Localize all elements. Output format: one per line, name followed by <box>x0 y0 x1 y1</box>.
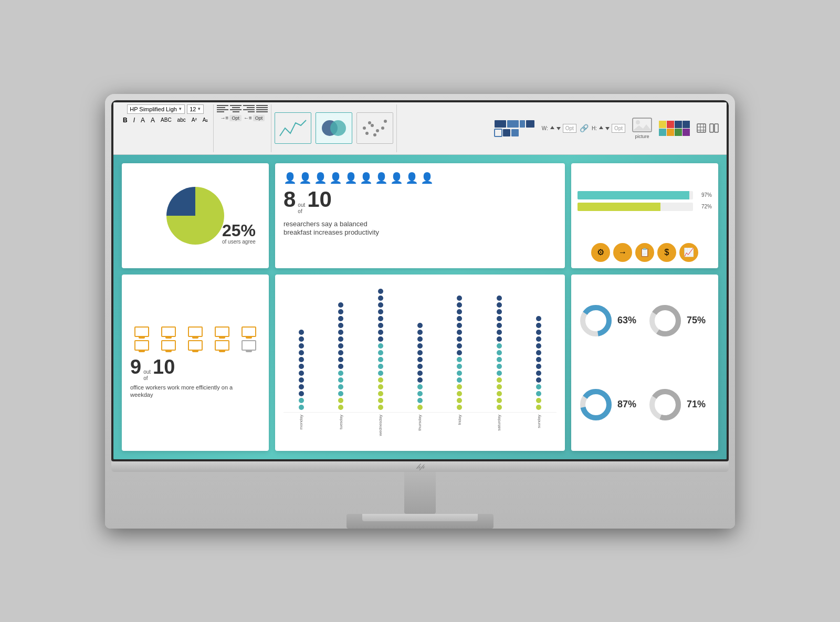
donut-63-pct: 63% <box>617 315 636 326</box>
svg-point-7 <box>373 133 376 136</box>
person-icon-1: 👤 <box>284 172 297 184</box>
person-icon-4: 👤 <box>329 172 342 184</box>
svg-rect-16 <box>511 129 519 136</box>
monitor-screen: HP Simplified Light ▼ 12 ▼ B I A A AB <box>113 102 727 459</box>
font-section: HP Simplified Light ▼ 12 ▼ B I A A AB <box>118 104 214 152</box>
pie-subtext-label: of users agree <box>222 239 256 245</box>
dot-col-saturday <box>481 296 517 410</box>
indent-increase-btn[interactable]: →≡Opt <box>220 115 242 121</box>
svg-rect-24 <box>697 124 706 132</box>
dot-col-sunday <box>521 316 556 410</box>
toolbar: HP Simplified Light ▼ 12 ▼ B I A A AB <box>113 102 727 155</box>
svg-point-4 <box>376 129 379 132</box>
svg-point-8 <box>384 120 387 123</box>
donut-item-63: 63% <box>578 281 643 361</box>
align-center-icon[interactable] <box>230 104 242 113</box>
svg-rect-14 <box>495 129 502 136</box>
svg-rect-30 <box>715 124 718 132</box>
donut-71-pct: 71% <box>687 399 706 410</box>
height-input[interactable]: Opt <box>612 124 625 133</box>
person-icon-2: 👤 <box>299 172 312 184</box>
venn-icon[interactable] <box>316 112 352 144</box>
scatter-icon[interactable] <box>356 112 393 144</box>
underline-A-button[interactable]: A <box>139 116 147 124</box>
breakfast-num2: 10 <box>307 188 332 210</box>
monitor-5 <box>237 326 260 337</box>
picture-section: picture <box>632 117 653 139</box>
svg-marker-18 <box>556 127 561 130</box>
width-label: W: <box>542 125 548 131</box>
line-chart-icon[interactable] <box>275 112 311 144</box>
align-section: →≡Opt ←≡Opt <box>214 104 271 152</box>
width-input[interactable]: Opt <box>563 124 576 133</box>
stand-base-inner <box>362 514 478 521</box>
height-label: H: <box>592 125 597 131</box>
day-monday: monday <box>284 415 319 438</box>
picture-label: picture <box>635 134 649 139</box>
svg-marker-20 <box>605 127 610 130</box>
svg-marker-19 <box>599 126 603 129</box>
breakfast-out-label: out <box>298 202 305 208</box>
monitor-9 <box>210 340 234 351</box>
font-name-select[interactable]: HP Simplified Light ▼ <box>127 104 185 114</box>
shapes-group <box>494 118 536 139</box>
person-icon-10: 👤 <box>421 172 434 184</box>
font-size-select[interactable]: 12 ▼ <box>187 104 204 114</box>
align-left-icon[interactable] <box>217 104 228 113</box>
monitor-8 <box>184 340 207 351</box>
hp-logo: 𝒽𝓅 <box>416 462 424 471</box>
monitor-1 <box>130 326 154 337</box>
breakfast-stat-card: 👤 👤 👤 👤 👤 👤 👤 👤 👤 👤 8 <box>275 163 565 268</box>
width-placeholder: Opt <box>565 125 574 131</box>
breakfast-description: researchers say a balanced breakfast inc… <box>284 220 388 238</box>
italic-button[interactable]: I <box>131 116 137 124</box>
day-sunday: sunday <box>521 415 556 438</box>
color-A-button[interactable]: A <box>149 116 157 124</box>
gear-circle: ⚙ <box>591 243 610 262</box>
computer-big-num: 9 <box>130 357 141 377</box>
monitor-6 <box>130 340 154 351</box>
bar2-pct: 72% <box>696 204 712 209</box>
day-thursday: thursday <box>402 415 437 438</box>
align-justify-icon[interactable] <box>256 104 268 113</box>
stand-neck <box>404 472 436 514</box>
toolbar-right-section: W: Opt 🔗 H: <box>397 104 722 152</box>
monitor-2 <box>157 326 181 337</box>
svg-point-9 <box>363 126 366 130</box>
abc-caps-button[interactable]: ABC <box>159 117 174 123</box>
svg-point-22 <box>636 120 640 124</box>
table-icons <box>696 123 719 133</box>
stand-base <box>346 514 494 529</box>
day-wednesday: wednesday <box>363 415 398 438</box>
computer-grid <box>130 326 260 351</box>
monitor-bezel: HP Simplified Light ▼ 12 ▼ B I A A AB <box>111 100 729 461</box>
pie-percent-label: 25% <box>222 222 256 239</box>
dollar-circle: $ <box>657 243 676 262</box>
pie-chart-card: 25% of users agree <box>122 163 269 268</box>
day-tuesday: tuesday <box>323 415 358 438</box>
abc-lower-button[interactable]: abc <box>175 117 188 123</box>
bold-button[interactable]: B <box>121 116 130 124</box>
align-right-icon[interactable] <box>243 104 255 113</box>
donut-87-pct: 87% <box>617 399 636 410</box>
day-saturday: saturday <box>481 415 517 438</box>
svg-point-1 <box>330 120 346 136</box>
subscript-button[interactable]: A₂ <box>201 117 211 123</box>
monitor-bottom-bezel: 𝒽𝓅 <box>111 461 729 472</box>
height-placeholder: Opt <box>614 125 623 131</box>
indent-decrease-btn[interactable]: ←≡Opt <box>244 115 265 121</box>
person-icon-9: 👤 <box>405 172 418 184</box>
dimension-inputs: W: Opt 🔗 H: <box>542 124 625 133</box>
monitor-3 <box>184 326 207 337</box>
dot-col-thursday <box>402 323 437 410</box>
breakfast-big-num: 8 <box>284 188 296 210</box>
svg-rect-29 <box>710 124 713 132</box>
dot-col-friday <box>442 296 477 410</box>
donut-item-71: 71% <box>647 365 712 445</box>
arrow-circle: → <box>613 243 632 262</box>
donut-item-87: 87% <box>578 365 643 445</box>
font-size-arrow: ▼ <box>197 107 201 111</box>
superscript-button[interactable]: A² <box>190 117 199 123</box>
chart-icons-section <box>271 104 397 152</box>
donut-charts-card: 63% 75% <box>571 275 718 451</box>
